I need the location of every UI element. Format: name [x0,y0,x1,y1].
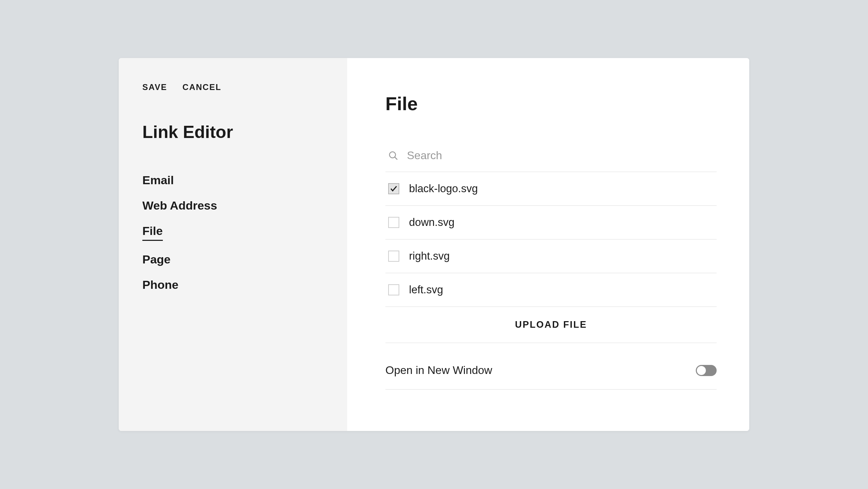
upload-file-button[interactable]: UPLOAD FILE [515,319,587,330]
toggle-row: Open in New Window [385,343,717,390]
cancel-button[interactable]: CANCEL [183,82,222,92]
open-new-window-toggle[interactable] [696,365,717,376]
file-name: left.svg [409,284,443,296]
main-panel: File black-logo.svg down.svg [347,58,749,431]
search-icon [388,150,399,161]
file-name: down.svg [409,216,454,229]
nav-item-page[interactable]: Page [142,253,170,266]
open-new-window-label: Open in New Window [385,364,492,377]
main-title: File [385,93,717,114]
check-icon [390,185,398,193]
nav-list: Email Web Address File Page Phone [142,173,324,303]
nav-item-email[interactable]: Email [142,173,174,187]
file-name: black-logo.svg [409,182,478,195]
nav-item-file[interactable]: File [142,224,163,241]
link-editor-dialog: SAVE CANCEL Link Editor Email Web Addres… [119,58,749,431]
toggle-knob [697,366,706,375]
file-name: right.svg [409,250,450,262]
file-checkbox[interactable] [388,284,399,295]
file-checkbox[interactable] [388,251,399,262]
sidebar: SAVE CANCEL Link Editor Email Web Addres… [119,58,347,431]
search-input[interactable] [407,149,714,162]
search-row [385,149,717,172]
nav-item-web-address[interactable]: Web Address [142,199,217,212]
file-checkbox[interactable] [388,183,399,194]
nav-item-phone[interactable]: Phone [142,278,178,292]
svg-point-0 [390,152,396,158]
save-button[interactable]: SAVE [142,82,167,92]
file-item[interactable]: left.svg [385,273,717,307]
svg-line-1 [395,157,398,160]
file-item[interactable]: right.svg [385,239,717,273]
file-item[interactable]: down.svg [385,206,717,239]
file-list: black-logo.svg down.svg right.svg left.s… [385,172,717,307]
file-item[interactable]: black-logo.svg [385,172,717,206]
top-actions: SAVE CANCEL [142,82,324,92]
file-checkbox[interactable] [388,217,399,228]
sidebar-title: Link Editor [142,122,324,142]
upload-row: UPLOAD FILE [385,307,717,343]
